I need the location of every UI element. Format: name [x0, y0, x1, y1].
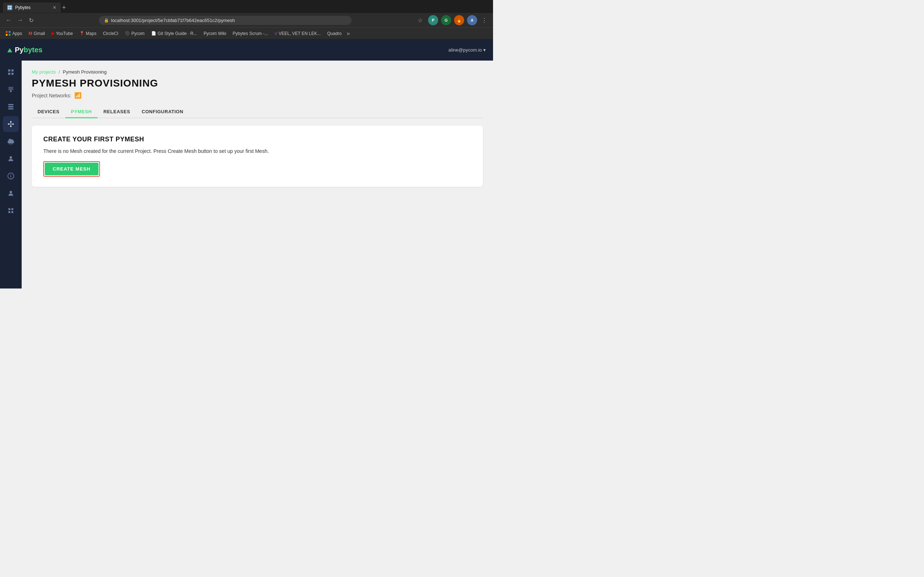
svg-line-23	[9, 143, 10, 145]
reload-button[interactable]: ↻	[27, 16, 35, 25]
active-tab[interactable]: Pybytes ✕	[3, 3, 61, 13]
svg-point-18	[10, 126, 11, 127]
tab-releases[interactable]: RELEASES	[97, 106, 136, 118]
new-tab-button[interactable]: +	[62, 4, 66, 11]
address-bar: ← → ↻ 🔒 localhost:3001/project/5e7cbfab7…	[0, 13, 493, 27]
user-dropdown-icon[interactable]: ▾	[483, 47, 486, 53]
gitstyle-icon: 📄	[151, 31, 156, 36]
svg-rect-1	[10, 6, 11, 7]
svg-rect-5	[11, 69, 14, 72]
bookmark-circleci-label: CircleCI	[103, 31, 118, 36]
svg-rect-6	[8, 73, 10, 75]
bookmark-pybytes-scrum[interactable]: Pybytes Scrum -...	[230, 30, 271, 37]
sidebar-item-cloud[interactable]	[3, 134, 19, 149]
card-title: CREATE YOUR FIRST PYMESH	[43, 135, 472, 143]
create-mesh-button-wrapper: CREATE MESH	[43, 161, 100, 177]
svg-rect-31	[8, 208, 10, 210]
svg-rect-8	[8, 87, 13, 88]
tab-close-button[interactable]: ✕	[53, 5, 56, 10]
bookmark-quadro[interactable]: Quadro	[324, 30, 344, 37]
top-nav: ⟁ Pybytes aline@pycom.io ▾	[0, 39, 493, 61]
bookmarks-bar: Apps M Gmail ▶ YouTube 📍 Maps CircleCI ⚫…	[0, 27, 493, 39]
ext-button-1[interactable]: P	[428, 15, 438, 25]
veel-icon: V	[275, 31, 277, 36]
logo: ⟁ Pybytes	[7, 45, 43, 55]
svg-rect-2	[8, 8, 10, 9]
address-pill[interactable]: 🔒 localhost:3001/project/5e7cbfab71f7b64…	[99, 16, 352, 25]
main-layout: My projects / Pymesh Provisioning PYMESH…	[0, 61, 493, 288]
svg-rect-9	[8, 89, 13, 89]
bookmark-pycomwiki[interactable]: Pycom Wiki	[201, 30, 229, 37]
address-container: 🔒 localhost:3001/project/5e7cbfab71f7b64…	[38, 16, 412, 25]
svg-rect-13	[8, 106, 14, 107]
breadcrumb: My projects / Pymesh Provisioning	[32, 69, 483, 75]
svg-rect-3	[10, 8, 11, 9]
svg-point-16	[10, 121, 11, 122]
bookmark-apps[interactable]: Apps	[3, 30, 25, 37]
bookmark-pycomwiki-label: Pycom Wiki	[204, 31, 226, 36]
bookmark-youtube[interactable]: ▶ YouTube	[49, 30, 76, 37]
bookmark-maps-label: Maps	[86, 31, 96, 36]
create-mesh-button[interactable]: CREATE MESH	[45, 163, 99, 175]
bookmark-maps[interactable]: 📍 Maps	[76, 30, 99, 37]
create-pymesh-card: CREATE YOUR FIRST PYMESH There is no Mes…	[32, 126, 483, 187]
apps-icon	[6, 31, 11, 36]
svg-rect-33	[8, 211, 10, 213]
url-text: localhost:3001/project/5e7cbfab71f7b642e…	[111, 18, 235, 23]
browser-chrome: Pybytes ✕ + ← → ↻ 🔒 localhost:3001/proje…	[0, 0, 493, 39]
project-networks-label: Project Networks:	[32, 93, 71, 98]
svg-rect-32	[11, 208, 13, 210]
tab-bar: Pybytes ✕ +	[0, 0, 493, 13]
page-title: PYMESH PROVISIONING	[32, 77, 483, 89]
svg-rect-12	[8, 104, 14, 105]
sidebar-item-info[interactable]	[3, 168, 19, 184]
svg-rect-14	[8, 108, 14, 109]
breadcrumb-parent-link[interactable]: My projects	[32, 69, 56, 75]
sidebar-item-mesh[interactable]	[3, 116, 19, 132]
logo-icon: ⟁	[7, 45, 12, 55]
star-button[interactable]: ☆	[415, 15, 425, 25]
svg-rect-4	[8, 69, 10, 72]
maps-icon: 📍	[79, 31, 84, 36]
tab-devices[interactable]: DEVICES	[32, 106, 65, 118]
sidebar-item-users[interactable]	[3, 151, 19, 167]
menu-button[interactable]: ⋮	[480, 16, 489, 25]
bookmark-quadro-label: Quadro	[327, 31, 341, 36]
user-info: aline@pycom.io ▾	[448, 47, 486, 53]
sidebar-item-devices[interactable]	[3, 82, 19, 97]
project-networks: Project Networks: 📶	[32, 92, 483, 99]
bookmark-veel-label: VEEL, VET EN LEK...	[279, 31, 321, 36]
tab-favicon	[7, 5, 12, 10]
tab-pymesh[interactable]: PYMESH	[65, 106, 98, 118]
forward-button[interactable]: →	[16, 16, 24, 25]
svg-point-15	[8, 123, 10, 125]
svg-point-11	[10, 90, 12, 92]
bookmark-circleci[interactable]: CircleCI	[100, 30, 121, 37]
bookmark-veel[interactable]: V VEEL, VET EN LEK...	[272, 30, 324, 37]
bookmark-pycom[interactable]: ⚫ Pycom	[122, 30, 148, 37]
back-button[interactable]: ←	[4, 16, 13, 25]
tab-title: Pybytes	[15, 5, 50, 10]
svg-line-25	[12, 143, 13, 145]
svg-point-30	[10, 191, 12, 193]
bookmarks-more-button[interactable]: »	[347, 30, 350, 37]
sidebar-item-more[interactable]	[3, 203, 19, 219]
bookmark-gmail[interactable]: M Gmail	[26, 30, 48, 37]
gmail-icon: M	[29, 31, 32, 36]
ext-button-2[interactable]: G	[441, 15, 451, 25]
svg-point-17	[13, 123, 14, 125]
sidebar-item-data[interactable]	[3, 99, 19, 115]
browser-actions: ☆ P G 🔥 A ⋮	[415, 15, 489, 25]
sidebar-item-account[interactable]	[3, 185, 19, 201]
svg-point-26	[10, 156, 12, 159]
github-icon: ⚫	[125, 31, 130, 36]
bookmark-gitstyle[interactable]: 📄 Git Style Guide · R...	[149, 30, 200, 37]
svg-point-29	[10, 174, 11, 175]
sidebar-item-dashboard[interactable]	[3, 64, 19, 80]
bookmark-youtube-label: YouTube	[56, 31, 73, 36]
tab-configuration[interactable]: CONFIGURATION	[136, 106, 189, 118]
youtube-icon: ▶	[52, 31, 55, 36]
ext-button-3[interactable]: 🔥	[454, 15, 464, 25]
profile-button[interactable]: A	[467, 15, 477, 25]
breadcrumb-separator: /	[58, 69, 60, 75]
